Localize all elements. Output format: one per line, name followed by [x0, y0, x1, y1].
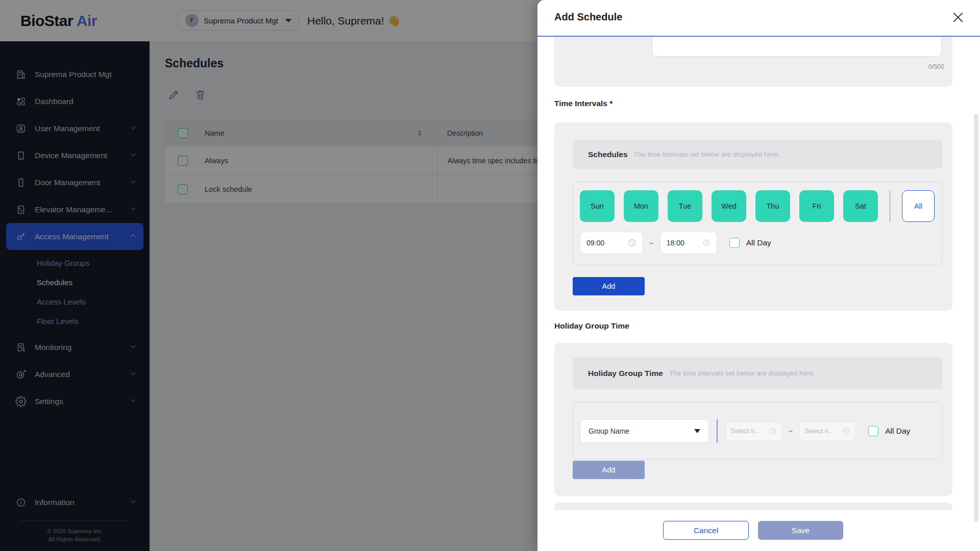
end-time-value[interactable]	[667, 239, 702, 247]
char-counter: 0/500	[928, 63, 944, 70]
day-button-thu[interactable]: Thu	[755, 190, 790, 222]
day-button-sun[interactable]: Sun	[580, 190, 615, 222]
modal-title: Add Schedule	[554, 11, 622, 23]
holiday-end-time-value[interactable]	[804, 427, 836, 435]
description-textarea[interactable]	[652, 37, 942, 57]
vertical-divider	[717, 419, 718, 443]
holiday-group-label: Holiday Group Time	[554, 321, 629, 331]
start-time-input[interactable]	[580, 232, 643, 254]
time-range-row: ~ All Day	[580, 232, 935, 254]
day-button-wed[interactable]: Wed	[712, 190, 746, 222]
modal-footer: Cancel Save	[537, 510, 980, 551]
group-name-select[interactable]: Group Name	[580, 419, 709, 443]
holiday-group-section: Holiday Group Time The time intervals se…	[554, 343, 952, 496]
schedules-preview-hint: The time intervals set below are display…	[634, 151, 780, 158]
add-schedule-modal: Add Schedule 0/500 Time Intervals * Sche…	[537, 0, 980, 551]
next-section-peek	[554, 503, 952, 510]
time-intervals-section: Schedules The time intervals set below a…	[554, 122, 952, 311]
app-root: BioStar Air F Suprema Product Mgt Hello,…	[0, 0, 980, 551]
holiday-preview-box: Holiday Group Time The time intervals se…	[573, 357, 942, 389]
cancel-button[interactable]: Cancel	[663, 521, 749, 540]
range-separator: ~	[649, 239, 654, 247]
day-button-tue[interactable]: Tue	[668, 190, 702, 222]
group-name-value: Group Name	[589, 427, 629, 435]
day-button-all[interactable]: All	[902, 190, 935, 222]
modal-scrollbar[interactable]	[974, 114, 978, 522]
schedules-preview-title: Schedules	[588, 150, 628, 159]
add-interval-button[interactable]: Add	[573, 277, 645, 295]
holiday-start-time-value[interactable]	[731, 427, 763, 435]
time-intervals-label: Time Intervals *	[554, 99, 612, 108]
day-button-mon[interactable]: Mon	[624, 190, 658, 222]
description-section: 0/500	[554, 37, 952, 87]
start-time-value[interactable]	[586, 239, 622, 247]
clock-icon	[702, 238, 710, 247]
holiday-editor: Group Name ~ All Day	[573, 402, 942, 460]
holiday-end-time-input[interactable]	[799, 421, 856, 441]
interval-editor: Sun Mon Tue Wed Thu Fri Sat All	[573, 182, 942, 265]
schedules-preview-box: Schedules The time intervals set below a…	[573, 140, 942, 169]
all-day-label: All Day	[746, 238, 771, 247]
clock-icon	[627, 238, 636, 247]
modal-body: 0/500 Time Intervals * Schedules The tim…	[537, 37, 980, 510]
day-selector: Sun Mon Tue Wed Thu Fri Sat All	[580, 190, 935, 222]
holiday-preview-hint: The time intervals set below are display…	[669, 369, 815, 377]
add-holiday-button[interactable]: Add	[573, 461, 645, 479]
close-icon	[951, 11, 965, 24]
holiday-all-day-label: All Day	[885, 427, 910, 436]
clock-icon	[842, 427, 850, 435]
days-divider	[890, 191, 890, 221]
holiday-start-time-input[interactable]	[725, 421, 782, 441]
holiday-all-day-checkbox[interactable]	[868, 426, 878, 436]
all-day-checkbox[interactable]	[729, 238, 740, 248]
caret-down-icon	[694, 429, 700, 433]
clock-icon	[769, 427, 777, 435]
end-time-input[interactable]	[660, 232, 717, 254]
range-separator: ~	[789, 427, 793, 435]
day-button-fri[interactable]: Fri	[799, 190, 834, 222]
save-button[interactable]: Save	[758, 521, 843, 540]
holiday-preview-title: Holiday Group Time	[588, 369, 663, 378]
day-button-sat[interactable]: Sat	[843, 190, 878, 222]
close-button[interactable]	[949, 9, 967, 27]
modal-header: Add Schedule	[537, 0, 980, 37]
